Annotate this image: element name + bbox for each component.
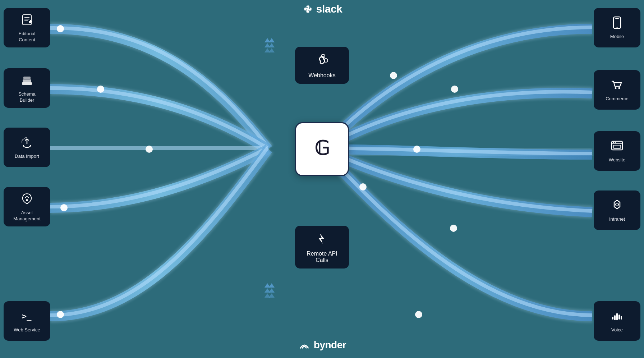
data-import-label: Data Import [15,153,39,160]
schema-builder-node: SchemaBuilder [4,68,50,108]
remote-api-label: Remote APICalls [307,251,337,263]
svg-marker-19 [264,293,270,298]
diagram-container: slack bynder Webhooks [0,0,644,358]
svg-marker-20 [269,283,275,288]
intranet-icon [611,199,624,214]
commerce-icon [611,78,624,93]
mobile-label: Mobile [610,34,624,40]
webhooks-label: Webhooks [308,72,335,79]
voice-label: Voice [611,327,623,333]
asset-management-node: AssetManagement [4,187,50,226]
editorial-content-icon [20,13,33,28]
svg-marker-12 [264,43,270,47]
slack-logo: slack [302,3,342,15]
website-node: Website [594,131,640,171]
svg-point-2 [146,146,153,153]
svg-rect-51 [618,315,620,320]
editorial-content-label: EditorialContent [19,31,36,43]
svg-point-35 [26,199,28,201]
web-service-label: Web Service [14,327,40,333]
editorial-content-node: EditorialContent [4,8,50,47]
intranet-label: Intranet [609,216,625,222]
website-label: Website [609,157,626,163]
commerce-label: Commerce [606,96,629,102]
data-import-icon [20,136,33,151]
svg-marker-14 [269,38,275,42]
webhooks-icon [315,53,329,69]
svg-point-41 [618,87,620,89]
bynder-text: bynder [314,339,346,351]
svg-point-47 [616,203,618,206]
svg-marker-17 [264,283,270,288]
svg-point-7 [413,146,420,153]
svg-rect-32 [22,82,32,85]
graphcms-logo-icon: 𝔾 [306,133,338,165]
web-service-icon: >_ [20,309,33,324]
svg-rect-33 [23,79,31,82]
svg-text:𝔾: 𝔾 [314,137,330,159]
remote-api-node: Remote APICalls [295,226,349,268]
schema-builder-label: SchemaBuilder [18,91,36,104]
svg-point-4 [57,311,64,318]
svg-marker-15 [269,43,275,47]
graphcms-center-node: 𝔾 [295,122,349,176]
svg-point-5 [390,72,397,79]
svg-point-6 [451,86,458,93]
svg-point-10 [415,311,422,318]
svg-point-40 [615,87,617,89]
remote-api-icon [316,232,328,248]
svg-point-9 [450,225,457,232]
svg-marker-16 [269,48,275,52]
svg-point-38 [617,27,618,28]
svg-rect-50 [616,313,618,320]
svg-marker-25 [318,234,324,244]
svg-point-0 [57,25,64,32]
svg-text:>_: >_ [22,312,32,321]
voice-node: Voice [594,301,640,341]
svg-rect-49 [614,315,616,320]
commerce-node: Commerce [594,70,640,110]
asset-management-icon [20,192,33,207]
svg-marker-13 [264,48,270,52]
mobile-icon [611,16,623,31]
slack-text: slack [316,3,342,15]
website-icon [611,139,624,154]
voice-icon [611,309,624,324]
svg-rect-48 [612,317,613,320]
svg-point-8 [359,183,367,191]
svg-rect-34 [23,77,31,79]
bynder-logo: bynder [298,339,346,351]
mobile-node: Mobile [594,8,640,47]
svg-point-3 [60,204,68,211]
svg-marker-11 [264,38,270,42]
intranet-node: Intranet [594,191,640,230]
svg-rect-52 [621,316,622,320]
asset-management-label: AssetManagement [13,210,41,222]
webhooks-node: Webhooks [295,47,349,84]
svg-point-1 [97,86,104,93]
svg-rect-46 [613,145,621,148]
svg-marker-22 [269,293,275,298]
svg-marker-18 [264,288,270,293]
web-service-node: >_ Web Service [4,301,50,341]
schema-builder-icon [20,74,33,88]
data-import-node: Data Import [4,128,50,167]
svg-marker-21 [269,288,275,293]
